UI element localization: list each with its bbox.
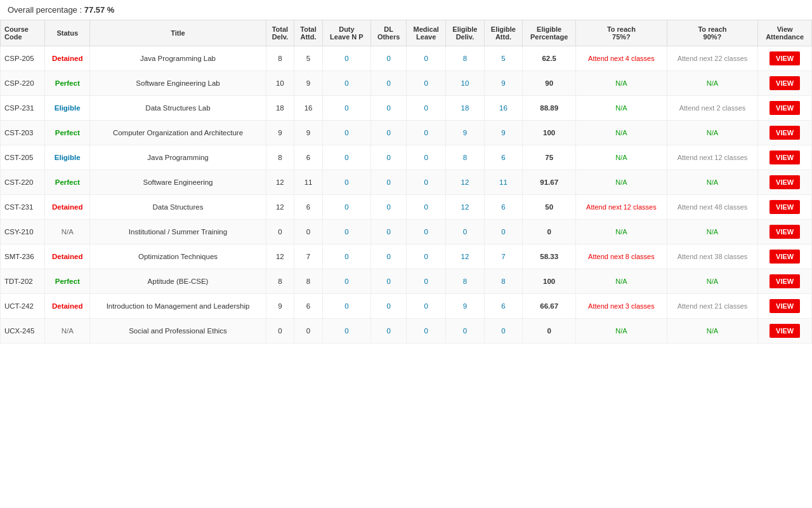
view-button[interactable]: VIEW [769,175,800,189]
cell-duty-leave-np: 0 [322,220,370,244]
table-row: UCX-245 N/A Social and Professional Ethi… [1,319,812,344]
cell-view[interactable]: VIEW [758,170,812,195]
cell-total-attd: 7 [294,244,323,269]
view-button[interactable]: VIEW [769,250,800,264]
cell-to-reach-75: Attend next 8 classes [576,244,667,269]
cell-duty-leave-np: 0 [322,121,370,145]
cell-to-reach-90: N/A [667,170,758,195]
cell-medical-leave: 0 [407,71,446,96]
cell-total-attd: 9 [294,121,323,145]
view-button[interactable]: VIEW [769,299,800,313]
cell-view[interactable]: VIEW [758,195,812,220]
cell-eligible-pct: 50 [523,195,576,220]
cell-eligible-deliv: 0 [446,319,485,344]
cell-view[interactable]: VIEW [758,244,812,269]
cell-medical-leave: 0 [407,145,446,170]
cell-view[interactable]: VIEW [758,294,812,319]
cell-duty-leave-np: 0 [322,294,370,319]
cell-duty-leave-np: 0 [322,170,370,195]
cell-to-reach-75: N/A [576,145,667,170]
cell-course-code: SMT-236 [1,244,45,269]
table-row: CSY-210 N/A Institutional / Summer Train… [1,220,812,244]
cell-view[interactable]: VIEW [758,319,812,344]
cell-total-delv: 8 [266,269,294,294]
cell-medical-leave: 0 [407,195,446,220]
cell-to-reach-75: N/A [576,71,667,96]
cell-medical-leave: 0 [407,170,446,195]
cell-view[interactable]: VIEW [758,96,812,121]
cell-to-reach-90: N/A [667,121,758,145]
cell-eligible-deliv: 9 [446,121,485,145]
cell-view[interactable]: VIEW [758,121,812,145]
cell-to-reach-90: Attend next 38 classes [667,244,758,269]
cell-total-delv: 8 [266,145,294,170]
cell-duty-leave-np: 0 [322,195,370,220]
cell-title: Java Programming [90,145,266,170]
table-row: CSP-220 Perfect Software Engineering Lab… [1,71,812,96]
header-eligible-deliv: EligibleDeliv. [446,20,485,46]
view-button[interactable]: VIEW [769,150,800,164]
view-button[interactable]: VIEW [769,200,800,214]
cell-eligible-attd: 6 [484,195,523,220]
cell-status: Eligible [45,145,90,170]
cell-view[interactable]: VIEW [758,220,812,244]
cell-view[interactable]: VIEW [758,71,812,96]
cell-course-code: CST-231 [1,195,45,220]
cell-status: Detained [45,195,90,220]
cell-duty-leave-np: 0 [322,71,370,96]
cell-dl-others: 0 [370,269,406,294]
cell-duty-leave-np: 0 [322,269,370,294]
view-button[interactable]: VIEW [769,274,800,288]
cell-dl-others: 0 [370,170,406,195]
cell-course-code: CST-220 [1,170,45,195]
cell-eligible-attd: 6 [484,145,523,170]
header-to-reach-90: To reach90%? [667,20,758,46]
cell-title: Java Programming Lab [90,46,266,71]
cell-course-code: CST-205 [1,145,45,170]
cell-eligible-deliv: 12 [446,195,485,220]
cell-view[interactable]: VIEW [758,145,812,170]
cell-total-attd: 6 [294,145,323,170]
cell-status: Perfect [45,71,90,96]
cell-eligible-deliv: 12 [446,170,485,195]
overall-label: Overall percentage : [8,5,82,15]
cell-medical-leave: 0 [407,244,446,269]
cell-total-delv: 12 [266,170,294,195]
cell-status: N/A [45,319,90,344]
view-button[interactable]: VIEW [769,225,800,239]
cell-total-delv: 12 [266,244,294,269]
cell-eligible-pct: 88.89 [523,96,576,121]
cell-course-code: CSP-220 [1,71,45,96]
cell-eligible-pct: 100 [523,269,576,294]
cell-dl-others: 0 [370,294,406,319]
view-button[interactable]: VIEW [769,126,800,140]
cell-total-delv: 9 [266,294,294,319]
cell-eligible-attd: 7 [484,244,523,269]
view-button[interactable]: VIEW [769,101,800,115]
cell-dl-others: 0 [370,244,406,269]
cell-total-delv: 0 [266,220,294,244]
cell-to-reach-90: N/A [667,269,758,294]
cell-total-attd: 8 [294,269,323,294]
cell-medical-leave: 0 [407,269,446,294]
cell-view[interactable]: VIEW [758,269,812,294]
view-button[interactable]: VIEW [769,324,800,338]
cell-eligible-pct: 0 [523,319,576,344]
cell-duty-leave-np: 0 [322,244,370,269]
cell-dl-others: 0 [370,121,406,145]
cell-view[interactable]: VIEW [758,46,812,71]
header-duty-leave-np: DutyLeave N P [322,20,370,46]
cell-to-reach-90: Attend next 2 classes [667,96,758,121]
cell-eligible-deliv: 12 [446,244,485,269]
cell-eligible-pct: 0 [523,220,576,244]
cell-medical-leave: 0 [407,220,446,244]
cell-eligible-pct: 91.67 [523,170,576,195]
cell-title: Institutional / Summer Training [90,220,266,244]
view-button[interactable]: VIEW [769,51,800,65]
view-button[interactable]: VIEW [769,76,800,90]
cell-duty-leave-np: 0 [322,319,370,344]
cell-total-attd: 6 [294,195,323,220]
cell-eligible-attd: 8 [484,269,523,294]
cell-to-reach-90: Attend next 12 classes [667,145,758,170]
header-course-code: CourseCode [1,20,45,46]
